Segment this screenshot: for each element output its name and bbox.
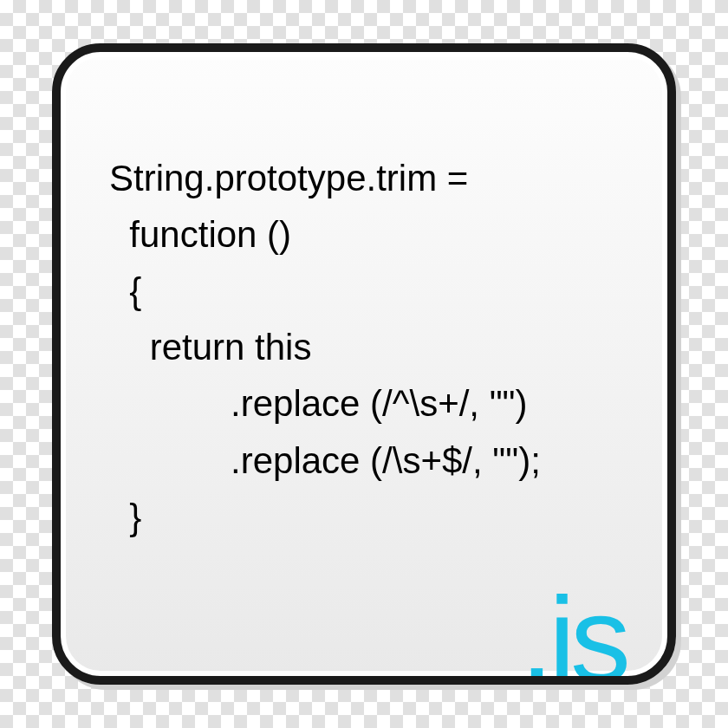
code-line: { bbox=[109, 270, 141, 311]
code-line: .replace (/^\s+/, "") bbox=[109, 383, 528, 424]
code-block: String.prototype.trim = function () { re… bbox=[109, 94, 626, 601]
code-panel: String.prototype.trim = function () { re… bbox=[52, 43, 676, 685]
file-extension-label: .js bbox=[520, 579, 626, 685]
code-line: } bbox=[109, 497, 141, 537]
code-line: return this bbox=[109, 327, 311, 367]
code-line: String.prototype.trim = bbox=[109, 158, 468, 198]
code-line: function () bbox=[109, 214, 291, 255]
code-line: .replace (/\s+$/, ""); bbox=[109, 440, 541, 481]
